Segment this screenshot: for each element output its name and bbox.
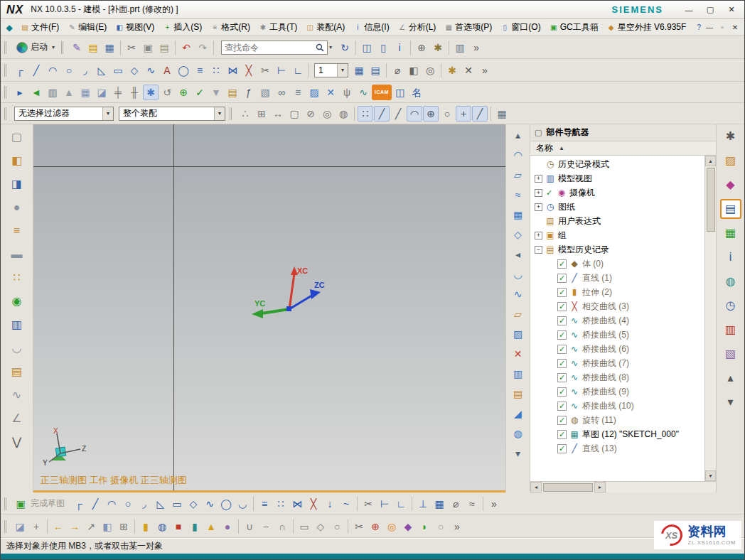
studio-spline-icon[interactable]: ∿: [143, 63, 159, 78]
feature-checkbox[interactable]: ✓: [557, 345, 567, 354]
gem-purple-icon[interactable]: ◆: [400, 519, 416, 534]
hollow-circle-icon[interactable]: ○: [329, 519, 345, 534]
import-part-icon[interactable]: ◄: [28, 85, 44, 100]
menu-item-6[interactable]: ✱工具(T): [254, 20, 301, 35]
books-icon[interactable]: ▥: [8, 316, 26, 333]
quick-trim-icon[interactable]: ✂: [360, 496, 376, 512]
snowflake-icon[interactable]: ✱: [143, 85, 159, 100]
arc-icon[interactable]: ◠: [45, 63, 60, 78]
through-curves-icon[interactable]: ≈: [510, 187, 527, 203]
menu-item-5[interactable]: ≡格式(R): [206, 20, 254, 35]
n-sided-icon[interactable]: ◇: [510, 227, 527, 242]
menu-item-12[interactable]: ▣GC工具箱: [545, 20, 603, 35]
feature-checkbox[interactable]: ✓: [557, 430, 567, 439]
sketch-more-icon[interactable]: »: [486, 496, 502, 512]
extrude-icon[interactable]: ▮: [138, 519, 154, 534]
law-extension-icon[interactable]: ◢: [510, 406, 527, 421]
polygon-icon[interactable]: ◇: [186, 496, 201, 512]
toolbar-grip[interactable]: [4, 520, 8, 533]
offset-curve-icon[interactable]: ≡: [257, 496, 272, 512]
delete-face-icon[interactable]: ✕: [461, 63, 476, 78]
menu-item-8[interactable]: i信息(I): [349, 20, 393, 35]
view-fit-icon[interactable]: ⊕: [414, 40, 429, 55]
datum-line-horizontal[interactable]: [33, 166, 505, 167]
start-menu-button[interactable]: 启动 ▾: [12, 40, 59, 55]
offset-curve-icon[interactable]: ≡: [192, 63, 208, 78]
through-mesh-icon[interactable]: ▦: [510, 207, 527, 222]
rectangle-icon[interactable]: ▭: [110, 63, 126, 78]
move-object-icon[interactable]: ↺: [159, 85, 175, 100]
fillet-icon[interactable]: ◞: [136, 496, 152, 512]
conic-icon[interactable]: ◡: [235, 496, 250, 512]
layer-settings-icon[interactable]: ▦: [351, 63, 367, 78]
feature-checkbox[interactable]: ✓: [557, 274, 567, 283]
feature-checkbox[interactable]: ✓: [557, 302, 567, 311]
no-selection-icon[interactable]: ⊘: [303, 106, 318, 122]
datum-grid-icon[interactable]: ▦: [77, 85, 93, 100]
hollow-diamond-icon[interactable]: ◇: [313, 519, 328, 534]
assembly-navigator-icon[interactable]: ▨: [721, 151, 741, 170]
pin-b-icon[interactable]: ╫: [127, 85, 142, 100]
window-new-icon[interactable]: ▯: [375, 40, 391, 55]
spine-curve-icon[interactable]: ∿: [355, 85, 371, 100]
feature-checkbox[interactable]: ✓: [557, 402, 567, 411]
profile-icon[interactable]: ┌: [71, 496, 87, 512]
snap-circle-icon[interactable]: ○: [439, 106, 455, 122]
line-icon[interactable]: ╱: [87, 496, 103, 512]
toolbar-grip[interactable]: [4, 107, 8, 120]
spline-tool-icon[interactable]: ∿: [8, 387, 26, 404]
menu-item-13[interactable]: ◆星空外挂 V6.935F: [603, 20, 691, 35]
polygon-icon[interactable]: ◇: [127, 63, 142, 78]
scroll-up-icon[interactable]: ▴: [510, 127, 527, 143]
vertical-scrollbar[interactable]: ▴ ▾: [704, 156, 716, 481]
snap-point-icon[interactable]: ∴: [237, 106, 253, 122]
menu-item-1[interactable]: ▤文件(F): [16, 20, 63, 35]
project-curve-icon[interactable]: ↓: [322, 496, 338, 512]
search-input[interactable]: [225, 43, 313, 53]
left-more-icon[interactable]: ⋁: [8, 434, 26, 451]
undo-icon[interactable]: ↶: [178, 40, 194, 55]
feature-checkbox[interactable]: ✓: [557, 316, 567, 325]
menu-item-4[interactable]: +插入(S): [159, 20, 206, 35]
arrow-back-icon[interactable]: ←: [50, 519, 66, 534]
copy-icon[interactable]: ▣: [140, 40, 156, 55]
snap-slash-icon[interactable]: ╱: [472, 106, 488, 122]
grid-plus-icon[interactable]: ⊞: [254, 106, 269, 122]
trim-body-icon[interactable]: ✂: [351, 519, 367, 534]
circle-icon[interactable]: ○: [61, 63, 77, 78]
trimmed-sheet-icon[interactable]: ▨: [510, 326, 527, 342]
snap-cross-icon[interactable]: +: [456, 106, 471, 122]
hd3d-tools-icon[interactable]: i: [721, 248, 741, 266]
attributes-icon[interactable]: ≡: [290, 85, 306, 100]
object-display-icon[interactable]: ◧: [406, 63, 422, 78]
redo-icon[interactable]: ↷: [195, 40, 210, 55]
offset-surface-icon[interactable]: ▱: [510, 306, 527, 322]
ellipse-icon[interactable]: ◯: [218, 496, 234, 512]
tree-item-bridge-curve-6[interactable]: ✓∿桥接曲线 (6): [530, 342, 704, 356]
chevron-down-icon[interactable]: ▾: [214, 107, 225, 120]
view-popup-icon[interactable]: ▸: [12, 85, 28, 100]
tree-item-extrude-2[interactable]: ✓▮拉伸 (2): [530, 285, 704, 299]
tree-item-revolve-11[interactable]: ✓◍旋转 (11): [530, 413, 704, 427]
make-corner-icon[interactable]: ∟: [393, 496, 409, 512]
scroll-down-icon[interactable]: ▾: [510, 446, 527, 461]
toolbar-grip[interactable]: [4, 86, 8, 99]
command-repeat-icon[interactable]: ↻: [337, 40, 353, 55]
tree-item-drawings[interactable]: +◷图纸: [530, 200, 704, 214]
tree-item-model-views[interactable]: +▥模型视图: [530, 171, 704, 185]
scroll-track[interactable]: [705, 166, 716, 470]
sphere-point-icon[interactable]: ◉: [8, 293, 26, 310]
facet-body-icon[interactable]: ▲: [61, 85, 77, 100]
resource-up-icon[interactable]: ▴: [721, 369, 741, 387]
mdi-restore-button[interactable]: ▫: [716, 23, 729, 31]
layer-visible-icon[interactable]: ▤: [368, 63, 383, 78]
plane-tool-icon[interactable]: ◧: [100, 519, 115, 534]
toolbar2-more-icon[interactable]: »: [477, 63, 493, 78]
section-slice-icon[interactable]: ▬: [8, 246, 26, 263]
revolve-icon[interactable]: ◍: [154, 519, 170, 534]
snap-end-icon[interactable]: ╱: [374, 106, 390, 122]
tree-item-user-expressions[interactable]: ▤用户表达式: [530, 214, 704, 228]
animate-dimension-icon[interactable]: ≈: [464, 496, 480, 512]
feature-checkbox[interactable]: ✓: [557, 444, 567, 453]
expand-toggle[interactable]: +: [535, 175, 542, 183]
